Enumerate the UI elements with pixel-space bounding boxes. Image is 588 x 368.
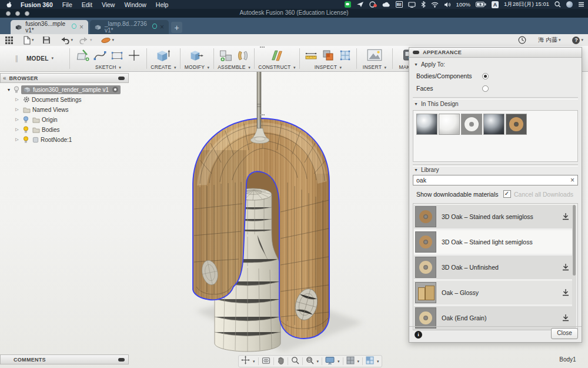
expand-icon[interactable]: ▷ (14, 97, 20, 102)
tree-row-rootnode[interactable]: ▷ RootNode:1 (0, 135, 129, 144)
section-analysis-icon[interactable] (338, 48, 353, 62)
app-grid-icon[interactable] (5, 36, 14, 45)
menu-window[interactable]: Window (124, 1, 146, 8)
rectangle-tool-icon[interactable] (109, 48, 125, 62)
bi-app-icon[interactable]: BI (396, 1, 403, 8)
bodies-components-radio[interactable] (482, 73, 489, 79)
visibility-bulb-icon[interactable] (23, 136, 29, 144)
chevron-down-icon[interactable]: ▾ (317, 359, 319, 364)
expand-icon[interactable]: ▷ (14, 137, 20, 142)
notification-center-icon[interactable] (578, 2, 584, 7)
show-downloadable-checkbox[interactable]: ✓ (503, 190, 511, 198)
redo-button[interactable]: ▾ (79, 37, 92, 44)
undo-button[interactable]: ▾ (60, 37, 74, 44)
zoom-window-tool-icon[interactable] (306, 356, 314, 367)
chevron-down-icon[interactable]: ▾ (119, 65, 121, 69)
menubar-clock[interactable]: 1月28日(月) 15:01 (504, 1, 549, 8)
chevron-down-icon[interactable]: ▾ (293, 65, 296, 69)
display-settings-icon[interactable] (325, 356, 335, 367)
cloud-icon[interactable] (382, 2, 390, 8)
wifi-icon[interactable] (431, 2, 439, 8)
library-section-header[interactable]: ▼ Library (409, 165, 439, 175)
download-icon[interactable] (562, 213, 569, 221)
tree-row-origin[interactable]: ▷ Origin (0, 115, 129, 124)
panel-grip-icon[interactable] (413, 51, 419, 54)
joint-icon[interactable] (236, 48, 249, 63)
option-bodies-components[interactable]: Bodies/Components (416, 72, 577, 79)
material-swatch-oak[interactable] (506, 114, 527, 135)
grid-display-icon[interactable] (346, 356, 355, 367)
material-swatch-chrome[interactable] (416, 114, 437, 135)
visibility-bulb-icon[interactable] (14, 86, 19, 94)
visibility-bulb-icon[interactable] (23, 126, 29, 134)
material-row[interactable]: Oak – Glossy (414, 281, 574, 304)
workspace-switcher[interactable]: ∥ MODEL ▾ (0, 46, 68, 71)
pan-tool-icon[interactable] (277, 356, 285, 367)
clear-search-icon[interactable]: × (570, 176, 574, 184)
menu-view[interactable]: View (102, 1, 115, 8)
tree-row-named-views[interactable]: ▷ Named Views (0, 105, 129, 114)
tab-document-active[interactable]: fusion36...mple v1* × (11, 20, 88, 34)
apply-to-section-header[interactable]: ▼ Apply To: (409, 59, 582, 69)
tab-close-icon[interactable]: × (160, 24, 164, 30)
spline-icon[interactable] (93, 48, 107, 62)
in-this-design-header[interactable]: ▼ In This Design (409, 99, 459, 109)
info-icon[interactable]: i (415, 331, 422, 339)
download-icon[interactable] (562, 263, 569, 272)
expand-icon[interactable]: ▷ (14, 127, 20, 132)
siri-icon[interactable] (566, 1, 573, 8)
appearance-header[interactable]: APPEARANCE (409, 48, 582, 58)
material-swatch-white[interactable] (439, 114, 460, 135)
create-form-icon[interactable] (156, 48, 171, 63)
materials-scrollbar[interactable] (572, 205, 576, 329)
expand-icon[interactable]: ▼ (6, 88, 12, 92)
user-account-button[interactable]: 海 内藤 ▾ (538, 36, 560, 44)
tab-document-inactive[interactable]: _lamp.8d...2736 v1* × (90, 20, 169, 34)
history-clock-icon[interactable] (518, 36, 526, 44)
press-pull-icon[interactable] (189, 48, 205, 63)
point-tool-icon[interactable] (127, 48, 141, 62)
help-button[interactable]: ? ▾ (572, 37, 583, 44)
file-menu-button[interactable]: ▾ (23, 36, 34, 45)
faces-radio[interactable] (482, 85, 489, 92)
chevron-down-icon[interactable]: ▾ (358, 359, 360, 364)
new-tab-button[interactable]: + (171, 22, 182, 33)
option-faces[interactable]: Faces (416, 85, 577, 92)
menu-app-name[interactable]: Fusion 360 (21, 1, 53, 8)
library-search-box[interactable]: × (413, 175, 578, 185)
chevron-down-icon[interactable]: ▾ (377, 359, 379, 364)
material-row[interactable]: 3D Oak – Stained light semigloss (414, 230, 574, 254)
chevron-down-icon[interactable]: ▾ (338, 359, 340, 364)
tab-close-icon[interactable]: × (79, 24, 83, 30)
tree-row-document-settings[interactable]: ▷ Document Settings (0, 95, 129, 104)
tree-row-bodies[interactable]: ▷ Bodies (0, 125, 129, 134)
material-swatch-steel[interactable] (483, 114, 505, 135)
material-swatch-white-paint[interactable] (461, 114, 482, 135)
download-icon[interactable] (562, 314, 569, 323)
viewports-icon[interactable] (366, 356, 374, 367)
panel-grip-icon[interactable] (118, 77, 125, 80)
interference-icon[interactable] (321, 48, 335, 62)
chevron-down-icon[interactable]: ▾ (207, 65, 209, 69)
volume-icon[interactable] (444, 2, 451, 8)
material-row[interactable]: 3D Oak – Stained dark semigloss (414, 205, 574, 228)
panel-grip-icon[interactable] (118, 358, 125, 362)
ribbon-grip[interactable] (260, 47, 265, 48)
library-search-input[interactable] (413, 176, 570, 184)
look-at-tool-icon[interactable] (262, 356, 270, 367)
line-app-icon[interactable] (345, 1, 351, 8)
create-sketch-icon[interactable] (75, 48, 91, 62)
comments-header[interactable]: COMMENTS (0, 354, 129, 364)
new-component-icon[interactable] (219, 48, 234, 63)
activate-component-radio[interactable] (112, 87, 118, 92)
measure-icon[interactable] (303, 48, 319, 62)
chevron-down-icon[interactable]: ▾ (253, 359, 255, 364)
chevron-down-icon[interactable]: ▾ (174, 65, 176, 69)
badge-app-icon[interactable] (369, 1, 377, 8)
collapse-panel-icon[interactable]: « (3, 75, 6, 81)
close-button[interactable]: Close (551, 328, 578, 339)
bluetooth-icon[interactable] (421, 1, 426, 8)
browser-panel-header[interactable]: « BROWSER (0, 73, 129, 83)
chevron-down-icon[interactable]: ▾ (248, 65, 250, 69)
tree-row-root[interactable]: ▼ fusion360_render_sample v1 (0, 85, 129, 94)
